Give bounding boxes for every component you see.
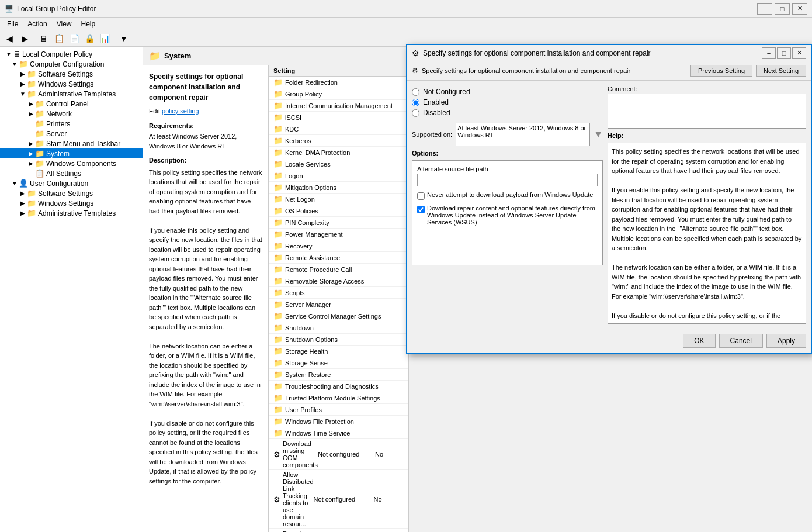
minimize-button[interactable]: − xyxy=(757,3,772,15)
list-item[interactable]: 📁Net Logon xyxy=(269,194,408,205)
apply-button[interactable]: Apply xyxy=(766,334,806,348)
tree-item-local-computer-policy[interactable]: ▼ 🖥 Local Computer Policy xyxy=(0,49,143,59)
radio-not-configured-input[interactable] xyxy=(412,88,419,96)
tree-item-software-settings-uc[interactable]: ▶ 📁 Software Settings xyxy=(0,188,143,198)
tree-arrow: ▶ xyxy=(27,160,35,167)
tree-item-windows-settings-cc[interactable]: ▶ 📁 Windows Settings xyxy=(0,79,143,89)
alternate-source-label: Alternate source file path xyxy=(417,165,598,172)
list-item[interactable]: 📁Storage Health xyxy=(269,346,408,357)
list-item[interactable]: 📁Internet Communication Management xyxy=(269,100,408,112)
list-item[interactable]: 📁Windows Time Service xyxy=(269,427,408,439)
tree-arrow: ▼ xyxy=(19,91,27,97)
list-item[interactable]: 📁Folder Redirection xyxy=(269,77,408,88)
toolbar-filter[interactable]: ▼ xyxy=(117,32,131,45)
list-item[interactable]: 📁Logon xyxy=(269,170,408,182)
close-button[interactable]: ✕ xyxy=(792,3,807,15)
alternate-source-group: Alternate source file path xyxy=(417,165,598,186)
dialog-close[interactable]: ✕ xyxy=(792,47,806,59)
menu-help[interactable]: Help xyxy=(77,19,100,29)
list-item[interactable]: 📁Shutdown Options xyxy=(269,334,408,346)
list-item[interactable]: 📁Recovery xyxy=(269,240,408,252)
list-item[interactable]: 📁Server Manager xyxy=(269,299,408,310)
list-item[interactable]: 📁iSCSI xyxy=(269,112,408,123)
policy-setting-link[interactable]: policy setting xyxy=(162,108,199,115)
menu-action[interactable]: Action xyxy=(23,19,51,29)
list-item[interactable]: 📁Group Policy xyxy=(269,88,408,100)
radio-enabled-input[interactable] xyxy=(412,99,419,106)
list-item[interactable]: 📁Service Control Manager Settings xyxy=(269,310,408,322)
tree-item-administrative-templates-uc[interactable]: ▶ 📁 Administrative Templates xyxy=(0,208,143,218)
dialog-maximize[interactable]: □ xyxy=(777,47,791,59)
tree-item-windows-components[interactable]: ▶ 📁 Windows Components xyxy=(0,158,143,168)
comment-textarea[interactable] xyxy=(608,94,806,129)
tree-icon: 📁 xyxy=(27,199,36,208)
tree-item-windows-settings-uc[interactable]: ▶ 📁 Windows Settings xyxy=(0,198,143,208)
toolbar-chart[interactable]: 📊 xyxy=(98,32,112,45)
list-item[interactable]: ⚙Do not automatically encrypt files move… xyxy=(269,529,408,532)
tree-item-network[interactable]: ▶ 📁 Network xyxy=(0,109,143,119)
dialog-nav-title: Specify settings for optional component … xyxy=(422,67,687,74)
list-item[interactable]: 📁Power Management xyxy=(269,229,408,240)
list-item[interactable]: ⚙Download missing COM componentsNot conf… xyxy=(269,439,408,470)
list-item[interactable]: 📁Mitigation Options xyxy=(269,182,408,194)
toolbar-back[interactable]: ◀ xyxy=(2,32,16,45)
menu-view[interactable]: View xyxy=(52,19,77,29)
list-item[interactable]: 📁Kerberos xyxy=(269,135,408,147)
dialog-minimize[interactable]: − xyxy=(762,47,776,59)
list-item[interactable]: 📁User Profiles xyxy=(269,404,408,416)
supported-scroll-down[interactable]: ▼ xyxy=(594,129,603,140)
toolbar-forward[interactable]: ▶ xyxy=(18,32,32,45)
tree-item-start-menu[interactable]: ▶ 📁 Start Menu and Taskbar xyxy=(0,139,143,148)
maximize-button[interactable]: □ xyxy=(775,3,790,15)
item-icon: 📁 xyxy=(273,195,283,203)
checkbox2-input[interactable] xyxy=(417,206,425,213)
tree-arrow: ▶ xyxy=(19,210,27,216)
checkbox1-input[interactable] xyxy=(417,192,425,200)
list-item[interactable]: 📁KDC xyxy=(269,123,408,135)
list-item[interactable]: 📁Trusted Platform Module Settings xyxy=(269,392,408,404)
cancel-button[interactable]: Cancel xyxy=(719,334,763,348)
radio-not-configured[interactable]: Not Configured xyxy=(412,88,603,96)
list-item[interactable]: 📁Storage Sense xyxy=(269,357,408,369)
toolbar-computer[interactable]: 🖥 xyxy=(37,32,51,45)
list-item[interactable]: 📁PIN Complexity xyxy=(269,217,408,229)
middle-header-icon: 📁 xyxy=(149,50,161,61)
tree-item-user-configuration[interactable]: ▼ 👤 User Configuration xyxy=(0,178,143,188)
tree-item-all-settings[interactable]: 📋 All Settings xyxy=(0,168,143,178)
toolbar-list[interactable]: 📋 xyxy=(52,32,66,45)
toolbar-doc[interactable]: 📄 xyxy=(67,32,81,45)
radio-disabled[interactable]: Disabled xyxy=(412,109,603,117)
tree-arrow: ▶ xyxy=(19,81,27,87)
tree-item-administrative-templates[interactable]: ▼ 📁 Administrative Templates xyxy=(0,89,143,99)
tree-icon: 📁 xyxy=(27,189,36,198)
alternate-source-input[interactable] xyxy=(417,174,598,186)
list-item[interactable]: 📁Troubleshooting and Diagnostics xyxy=(269,381,408,392)
list-item[interactable]: ⚙Allow Distributed Link Tracking clients… xyxy=(269,470,408,529)
radio-disabled-input[interactable] xyxy=(412,109,419,117)
tree-item-software-settings-cc[interactable]: ▶ 📁 Software Settings xyxy=(0,69,143,79)
tree-item-computer-configuration[interactable]: ▼ 📁 Computer Configuration xyxy=(0,59,143,69)
menu-file[interactable]: File xyxy=(2,19,23,29)
list-item[interactable]: 📁Remote Assistance xyxy=(269,252,408,264)
tree-arrow: ▶ xyxy=(27,140,35,147)
next-setting-button[interactable]: Next Setting xyxy=(756,65,806,77)
toolbar-lock[interactable]: 🔒 xyxy=(82,32,96,45)
list-item[interactable]: 📁OS Policies xyxy=(269,205,408,217)
tree-arrow: ▼ xyxy=(11,180,19,186)
list-item[interactable]: 📁Remote Procedure Call xyxy=(269,264,408,275)
prev-setting-button[interactable]: Previous Setting xyxy=(690,65,752,77)
item-icon: 📁 xyxy=(273,136,283,145)
list-item[interactable]: 📁Windows File Protection xyxy=(269,416,408,427)
list-item[interactable]: 📁System Restore xyxy=(269,369,408,381)
list-item[interactable]: 📁Removable Storage Access xyxy=(269,275,408,287)
list-item[interactable]: 📁Scripts xyxy=(269,287,408,299)
tree-item-printers[interactable]: 📁 Printers xyxy=(0,119,143,129)
tree-item-server[interactable]: 📁 Server xyxy=(0,129,143,139)
list-item[interactable]: 📁Kernel DMA Protection xyxy=(269,147,408,158)
tree-item-control-panel[interactable]: ▶ 📁 Control Panel xyxy=(0,99,143,109)
list-item[interactable]: 📁Locale Services xyxy=(269,158,408,170)
radio-enabled[interactable]: Enabled xyxy=(412,98,603,106)
ok-button[interactable]: OK xyxy=(683,334,715,348)
tree-item-system[interactable]: ▶ 📁 System xyxy=(0,148,143,158)
list-item[interactable]: 📁Shutdown xyxy=(269,322,408,334)
